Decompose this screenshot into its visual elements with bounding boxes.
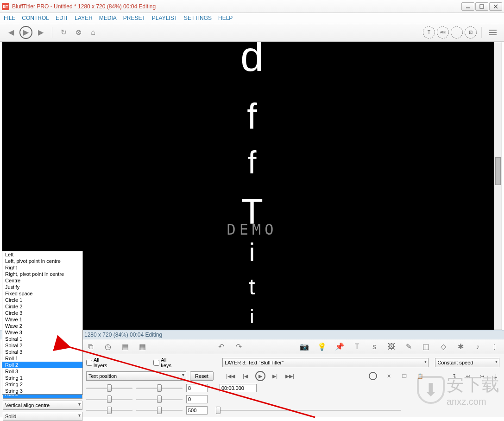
menu-help[interactable]: HELP xyxy=(218,15,233,21)
menu-file[interactable]: FILE xyxy=(4,15,15,21)
slider-4[interactable] xyxy=(136,395,183,403)
goto-end-icon[interactable]: ▶▶| xyxy=(285,371,295,381)
image-icon[interactable]: 🖼 xyxy=(387,342,396,351)
tool-circle-icon[interactable] xyxy=(451,26,463,38)
value-2-input[interactable] xyxy=(186,395,208,403)
particles-icon[interactable]: ✱ xyxy=(456,342,465,351)
reset-button[interactable]: Reset xyxy=(190,371,214,381)
alignment-option[interactable]: Roll 3 xyxy=(2,368,82,375)
minimize-button[interactable] xyxy=(461,2,474,11)
camera-icon[interactable]: 📷 xyxy=(300,342,309,351)
alignment-option[interactable]: String 2 xyxy=(2,381,82,388)
time-input[interactable] xyxy=(220,384,257,392)
menu-settings[interactable]: SETTINGS xyxy=(184,15,212,21)
alignment-option[interactable]: String 1 xyxy=(2,375,82,381)
alignment-option[interactable]: Centre xyxy=(2,277,82,284)
eraser-icon[interactable]: ◇ xyxy=(439,342,447,351)
redo-icon[interactable]: ↷ xyxy=(234,342,243,351)
alignment-dropdown-list[interactable]: LeftLeft, pivot point in centreRightRigh… xyxy=(2,251,83,395)
alignment-option[interactable]: Right xyxy=(2,264,82,271)
all-keys-checkbox[interactable] xyxy=(153,360,159,366)
alignment-option[interactable]: Circle 2 xyxy=(2,303,82,310)
property-select[interactable]: Text position xyxy=(86,371,186,381)
tool-t-icon[interactable]: T xyxy=(423,26,435,38)
all-keys-label: All keys xyxy=(161,357,178,368)
alignment-option[interactable]: Justify xyxy=(2,284,82,290)
pin-icon[interactable]: 📌 xyxy=(335,342,344,351)
tool-abc-icon[interactable]: Abc xyxy=(437,26,449,38)
alignment-option[interactable]: Circle 1 xyxy=(2,297,82,303)
alignment-option[interactable]: Spiral 2 xyxy=(2,342,82,349)
tool-dashed-icon[interactable]: ⊡ xyxy=(465,26,477,38)
alignment-option[interactable]: Fixed space xyxy=(2,290,82,297)
alignment-option[interactable]: Left, pivot point in centre xyxy=(2,258,82,264)
text-s-icon[interactable]: s xyxy=(370,342,378,351)
all-layers-checkbox[interactable] xyxy=(86,360,92,366)
vector-icon[interactable]: ✎ xyxy=(404,342,413,351)
maximize-button[interactable] xyxy=(475,2,488,11)
record-icon[interactable] xyxy=(369,372,377,380)
bulb-icon[interactable]: 💡 xyxy=(317,342,327,351)
alignment-option[interactable]: Spiral 3 xyxy=(2,349,82,355)
valign-select[interactable]: Vertical align centre xyxy=(3,401,82,410)
alignment-option[interactable]: Right, pivot point in centre xyxy=(2,271,82,277)
slider-2[interactable] xyxy=(136,384,183,392)
clock-icon[interactable]: ◷ xyxy=(103,342,112,351)
speed-select[interactable]: Constant speed xyxy=(435,358,499,367)
menu-control[interactable]: CONTROL xyxy=(22,15,49,21)
timeline-slider[interactable] xyxy=(216,406,401,415)
slider-3[interactable] xyxy=(86,395,132,403)
slider-1[interactable] xyxy=(86,384,132,392)
step-back-icon[interactable]: |◀ xyxy=(240,371,251,381)
home-icon[interactable]: ⌂ xyxy=(87,26,100,39)
menu-preset[interactable]: PRESET xyxy=(123,15,145,21)
menu-edit[interactable]: EDIT xyxy=(56,15,68,21)
viewport-scrollbar[interactable] xyxy=(494,42,502,330)
cube-icon[interactable]: ◫ xyxy=(422,342,430,351)
alignment-option[interactable]: Wave 2 xyxy=(2,323,82,329)
text-t-icon[interactable]: T xyxy=(353,342,361,351)
value-3-input[interactable] xyxy=(186,406,208,415)
play-icon[interactable]: ▶ xyxy=(19,26,32,39)
goto-start-icon[interactable]: |◀◀ xyxy=(226,371,236,381)
copy-icon[interactable]: ❐ xyxy=(400,372,409,380)
stop-icon[interactable]: ⊗ xyxy=(72,26,85,39)
site-watermark: ⬇ 安下载 anxz.com xyxy=(417,373,499,407)
menu-layer[interactable]: LAYER xyxy=(75,15,92,21)
menu-playlist[interactable]: PLAYLIST xyxy=(152,15,177,21)
svg-rect-1 xyxy=(480,5,484,8)
hamburger-icon[interactable] xyxy=(486,26,499,39)
alignment-option[interactable]: Left xyxy=(2,251,82,258)
music-icon[interactable]: ♪ xyxy=(473,342,482,351)
step-forward-icon[interactable]: ▶| xyxy=(270,371,280,381)
menubar: FILE CONTROL EDIT LAYER MEDIA PRESET PLA… xyxy=(0,13,504,23)
cards-icon[interactable]: ▤ xyxy=(120,342,129,351)
alignment-option[interactable]: Roll 1 xyxy=(2,355,82,362)
all-layers-label: All layers xyxy=(94,357,114,368)
chart-icon[interactable]: ⫿ xyxy=(491,342,499,351)
alignment-option[interactable]: Spiral 1 xyxy=(2,336,82,342)
slider-5[interactable] xyxy=(86,406,132,415)
film-icon[interactable]: ▦ xyxy=(138,342,147,351)
alignment-option[interactable]: Wave 1 xyxy=(2,316,82,323)
slider-6[interactable] xyxy=(136,406,183,415)
app-icon: BT xyxy=(2,3,9,10)
menu-media[interactable]: MEDIA xyxy=(99,15,117,21)
next-icon[interactable]: ▶ xyxy=(34,26,47,39)
layer-select[interactable]: LAYER 3: Text "BluffTitler" xyxy=(222,358,429,367)
crop-icon[interactable]: ⧉ xyxy=(86,342,95,351)
play-button-icon[interactable]: ▶ xyxy=(255,371,265,381)
alignment-option[interactable]: Wave 3 xyxy=(2,329,82,336)
undo-icon[interactable]: ↶ xyxy=(217,342,226,351)
delete-key-icon[interactable]: ✕ xyxy=(384,372,393,380)
value-1-input[interactable] xyxy=(186,384,208,392)
alignment-option[interactable]: Circle 3 xyxy=(2,310,82,316)
close-button[interactable] xyxy=(489,2,502,11)
window-title: BluffTitler PRO - Untitled * 1280 x 720 … xyxy=(12,3,461,10)
alignment-option[interactable]: Roll 2 xyxy=(2,362,82,368)
demo-watermark: DEMO xyxy=(227,221,277,238)
style-select[interactable]: Solid xyxy=(3,412,82,421)
alignment-option[interactable]: String 3 xyxy=(2,388,82,394)
prev-icon[interactable]: ◀ xyxy=(5,26,18,39)
refresh-icon[interactable]: ↻ xyxy=(57,26,70,39)
